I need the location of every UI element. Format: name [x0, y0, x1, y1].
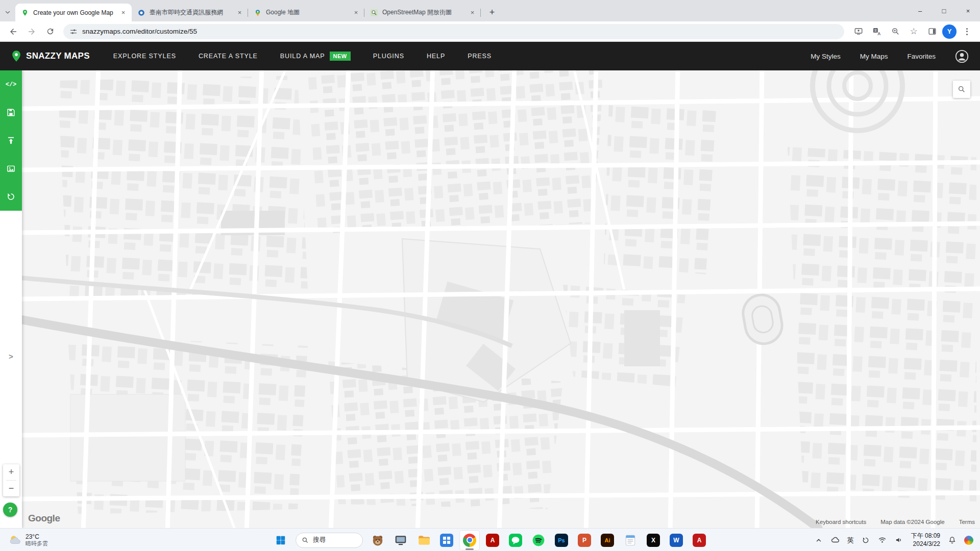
hidden-icons-chevron[interactable] [814, 535, 824, 545]
browser-menu-kebab-icon[interactable] [959, 23, 975, 40]
notepad-icon[interactable] [620, 530, 641, 550]
install-app-icon[interactable] [850, 23, 867, 40]
site-settings-icon[interactable] [69, 28, 78, 36]
powerpoint-icon[interactable]: P [574, 530, 595, 550]
pinned-app-bear[interactable] [368, 530, 388, 550]
google-maps-pin-favicon [254, 9, 262, 17]
search-label: 搜尋 [313, 536, 326, 544]
rail-tools: </> [0, 70, 22, 211]
zoom-extension-icon[interactable] [887, 23, 903, 40]
snazzy-logo[interactable]: SNAZZY MAPS [11, 50, 90, 62]
nav-item-plugins[interactable]: PLUGINS [373, 52, 404, 61]
taskbar-clock[interactable]: 下午 08:09 2024/3/22 [911, 532, 940, 548]
tab-close-icon[interactable]: × [235, 8, 244, 17]
speaker-icon[interactable] [894, 535, 904, 545]
new-tab-button[interactable]: + [485, 5, 499, 19]
tab-openstreetmap[interactable]: OpenStreetMap 開放街圖 × [364, 4, 481, 21]
illustrator-icon[interactable]: Ai [597, 530, 618, 550]
map-zoom-control: + − [3, 464, 19, 496]
file-explorer-icon[interactable] [413, 530, 434, 550]
forward-button[interactable] [23, 23, 40, 40]
tab-title: 臺南市即時交通資訊服務網 [150, 8, 231, 17]
spotify-icon[interactable] [528, 530, 549, 550]
side-panel-icon[interactable] [924, 23, 940, 40]
pinned-app-grid[interactable] [436, 530, 457, 550]
taskbar-search[interactable]: 搜尋 [296, 533, 363, 548]
photoshop-icon[interactable]: Ps [551, 530, 572, 550]
taskbar-center: 搜尋 A Ps P Ai [271, 529, 709, 551]
window-maximize-button[interactable]: □ [932, 0, 956, 21]
ime-language-indicator[interactable]: 英 [847, 536, 854, 545]
tab-title: OpenStreetMap 開放街圖 [382, 8, 464, 17]
line-app-icon[interactable] [505, 530, 526, 550]
google-maps-logo[interactable]: Google [28, 513, 60, 524]
onedrive-cloud-icon[interactable] [830, 535, 841, 545]
browser-tab-strip: Create your own Google Map × 臺南市即時交通資訊服務… [0, 0, 980, 21]
start-button[interactable] [271, 530, 291, 550]
tab-close-icon[interactable]: × [352, 8, 360, 17]
weather-icon [8, 534, 21, 547]
nav-item-build-a-map[interactable]: BUILD A MAP NEW [280, 52, 351, 61]
nav-item-press[interactable]: PRESS [468, 52, 492, 61]
tab-list-chevron-icon[interactable] [0, 3, 15, 21]
snazzy-nav: SNAZZY MAPS EXPLORE STYLES CREATE A STYL… [0, 42, 980, 70]
address-bar[interactable]: snazzymaps.com/editor/customize/55 [63, 24, 844, 39]
weather-widget[interactable]: 23°C 晴時多雲 [4, 529, 52, 551]
tab-close-icon[interactable]: × [468, 8, 477, 17]
wifi-icon[interactable] [877, 535, 888, 545]
tab-title: Create your own Google Map [33, 9, 115, 16]
pinned-app-monitor[interactable] [390, 530, 411, 550]
acrobat-icon[interactable]: A [482, 530, 503, 550]
reload-button[interactable] [42, 23, 58, 40]
cad-app-icon[interactable]: A [689, 530, 709, 550]
image-export-button[interactable] [0, 155, 22, 183]
translate-icon[interactable]: 文 A [869, 23, 885, 40]
nav-item-my-maps[interactable]: My Maps [860, 53, 888, 60]
system-tray: 英 下午 08:09 2024/3/22 [810, 529, 978, 551]
sync-icon[interactable] [861, 535, 871, 545]
editor-left-rail: </> > + − ? [0, 70, 22, 528]
window-close-button[interactable]: × [956, 0, 980, 21]
tainan-favicon [137, 9, 145, 17]
save-button[interactable] [0, 98, 22, 127]
reset-refresh-button[interactable] [0, 183, 22, 211]
expand-panel-chevron[interactable]: > [0, 347, 22, 365]
zoom-out-button[interactable]: − [3, 481, 19, 496]
terms-link[interactable]: Terms [959, 519, 975, 525]
profile-avatar[interactable]: Y [942, 24, 957, 39]
windows-taskbar: 23°C 晴時多雲 搜尋 A [0, 528, 980, 551]
weather-desc: 晴時多雲 [26, 540, 48, 547]
nav-item-explore-styles[interactable]: EXPLORE STYLES [113, 52, 176, 61]
keyboard-shortcuts-link[interactable]: Keyboard shortcuts [816, 519, 866, 525]
tray-colorful-app-icon[interactable] [964, 535, 974, 545]
tab-tainan-traffic[interactable]: 臺南市即時交通資訊服務網 × [132, 4, 248, 21]
nav-item-my-styles[interactable]: My Styles [811, 53, 841, 60]
nav-item-help[interactable]: HELP [427, 52, 445, 61]
map-canvas[interactable] [22, 70, 980, 528]
tab-google-maps[interactable]: Google 地圖 × [248, 4, 364, 21]
code-view-button[interactable]: </> [0, 70, 22, 98]
map-search-button[interactable] [953, 81, 970, 98]
export-upload-button[interactable] [0, 127, 22, 155]
nav-item-create-a-style[interactable]: CREATE A STYLE [199, 52, 258, 61]
snazzy-pin-icon [11, 50, 21, 62]
nav-item-favorites[interactable]: Favorites [907, 53, 936, 60]
map-viewport: Google Keyboard shortcuts Map data ©2024… [22, 70, 980, 528]
help-button[interactable]: ? [3, 503, 17, 517]
clock-time: 下午 08:09 [911, 532, 940, 540]
new-badge: NEW [330, 52, 351, 61]
bookmark-star-icon[interactable]: ☆ [905, 23, 922, 40]
zoom-in-button[interactable]: + [3, 464, 19, 480]
clock-date: 2024/3/22 [911, 540, 940, 548]
notifications-bell-icon[interactable] [947, 535, 957, 545]
x-app-icon[interactable]: X [643, 530, 664, 550]
tab-close-icon[interactable]: × [119, 8, 128, 17]
tab-snazzy-maps[interactable]: Create your own Google Map × [15, 4, 132, 21]
chrome-icon[interactable] [459, 530, 480, 550]
tab-title: Google 地圖 [266, 8, 348, 17]
svg-text:文: 文 [874, 29, 877, 32]
back-button[interactable] [5, 23, 21, 40]
window-minimize-button[interactable]: – [908, 0, 932, 21]
word-icon[interactable]: W [666, 530, 687, 550]
account-person-icon[interactable] [955, 49, 969, 63]
